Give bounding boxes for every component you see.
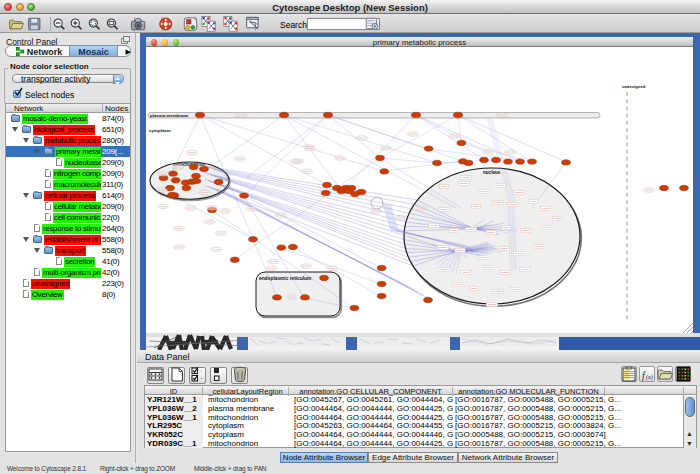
svg-text:cytoplasm: cytoplasm: [149, 128, 171, 133]
svg-text:endoplasmic reticulum: endoplasmic reticulum: [259, 276, 311, 281]
svg-text:nucleus: nucleus: [483, 170, 501, 175]
svg-text:plasma membrane: plasma membrane: [150, 113, 189, 118]
svg-text:(x): (x): [646, 374, 653, 381]
svg-text:unassigned: unassigned: [622, 84, 646, 89]
